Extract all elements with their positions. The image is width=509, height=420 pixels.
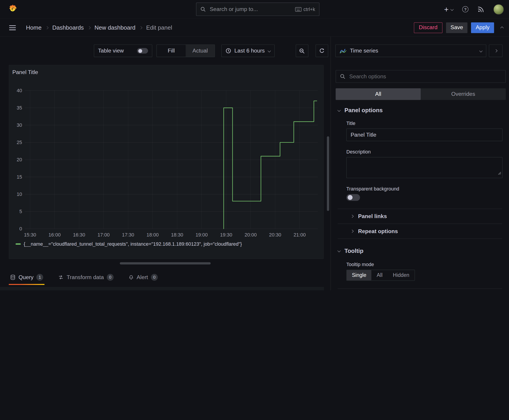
tab-badge: 1 xyxy=(36,274,43,281)
panel-title[interactable]: Panel Title xyxy=(12,69,38,76)
legend-series-swatch xyxy=(15,243,21,245)
tooltip-mode-single[interactable]: Single xyxy=(347,270,372,280)
table-view-toggle[interactable] xyxy=(137,48,148,54)
collapse-header-button[interactable] xyxy=(501,25,503,30)
svg-text:18:30: 18:30 xyxy=(171,232,183,238)
grafana-logo[interactable] xyxy=(8,4,18,14)
keyboard-icon xyxy=(295,7,301,11)
tab-alert[interactable]: Alert 0 xyxy=(127,270,159,285)
help-button[interactable]: ? xyxy=(462,6,468,12)
pane-resize-handle[interactable] xyxy=(120,262,211,264)
bell-icon xyxy=(129,275,134,280)
title-label: Title xyxy=(346,120,502,126)
plus-icon: + xyxy=(444,5,449,13)
tab-label: Alert xyxy=(137,274,148,281)
divider xyxy=(338,239,502,239)
svg-text:15:30: 15:30 xyxy=(24,232,36,238)
chevron-right-icon xyxy=(139,26,142,29)
global-search[interactable]: ctrl+k xyxy=(196,3,319,16)
options-search-input[interactable] xyxy=(349,73,501,80)
main-content: Table view Fill Actual Last 6 hours xyxy=(0,37,509,290)
section-title: Panel options xyxy=(344,107,383,114)
tab-label: Transform data xyxy=(67,274,104,281)
svg-text:17:30: 17:30 xyxy=(122,232,134,238)
svg-text:0: 0 xyxy=(19,226,22,232)
user-avatar[interactable] xyxy=(494,4,504,14)
panel-links-section[interactable]: Panel links xyxy=(331,209,509,224)
discard-button[interactable]: Discard xyxy=(414,22,442,33)
resize-handle-icon[interactable] xyxy=(498,170,501,176)
zoom-out-button[interactable] xyxy=(296,45,308,57)
chart-legend: {__name__="cloudflared_tunnel_total_requ… xyxy=(15,241,242,247)
panel-edit-toolbar: Table view Fill Actual Last 6 hours xyxy=(94,45,328,57)
svg-text:16:30: 16:30 xyxy=(73,232,85,238)
table-view-label: Table view xyxy=(98,48,124,54)
fill-actual-group: Fill Actual xyxy=(156,45,215,57)
news-button[interactable] xyxy=(478,6,484,13)
panel-options-header[interactable]: Panel options xyxy=(331,105,509,115)
options-search[interactable] xyxy=(336,70,506,82)
transparent-bg-toggle[interactable] xyxy=(346,194,360,201)
visualization-row: Time series xyxy=(335,45,502,57)
global-search-input[interactable] xyxy=(209,6,291,13)
top-navigation-bar: ctrl+k + ? xyxy=(0,0,509,18)
rss-icon xyxy=(478,6,484,13)
options-panes: Panel options Title Description Transpar… xyxy=(331,105,509,290)
svg-text:5: 5 xyxy=(19,209,22,214)
panel-options-sidebar: Time series All Overrides Panel options xyxy=(330,37,509,290)
chevron-right-icon xyxy=(45,26,48,29)
breadcrumb-dashboards[interactable]: Dashboards xyxy=(52,24,84,31)
svg-text:17:00: 17:00 xyxy=(97,232,109,238)
breadcrumb-home[interactable]: Home xyxy=(26,24,42,31)
time-range-picker[interactable]: Last 6 hours xyxy=(221,45,274,57)
tooltip-header[interactable]: Tooltip xyxy=(331,246,509,255)
add-new-button[interactable]: + xyxy=(444,5,453,13)
apply-button[interactable]: Apply xyxy=(471,22,494,33)
breadcrumb-new-dashboard[interactable]: New dashboard xyxy=(94,24,135,31)
refresh-button[interactable] xyxy=(315,45,328,57)
section-title: Panel links xyxy=(358,213,387,220)
repeat-options-section[interactable]: Repeat options xyxy=(331,224,509,239)
zoom-out-icon xyxy=(299,48,305,54)
chevron-down-icon xyxy=(479,49,483,52)
fill-option[interactable]: Fill xyxy=(157,45,186,57)
description-textarea[interactable] xyxy=(346,157,502,178)
section-title: Repeat options xyxy=(358,228,398,234)
query-editor-section: Data source Prometheus ? MD = auto = 704… xyxy=(0,287,324,290)
tab-transform-data[interactable]: Transform data 0 xyxy=(57,270,115,285)
tooltip-mode-hidden[interactable]: Hidden xyxy=(387,270,415,280)
clock-icon xyxy=(226,48,231,54)
menu-toggle-button[interactable] xyxy=(9,25,16,30)
panel-title-input[interactable] xyxy=(346,128,502,141)
section-title: Tooltip xyxy=(344,248,364,254)
timeseries-chart[interactable]: 051015202530354015:3016:0016:3017:0017:3… xyxy=(15,83,320,239)
legend-series-label[interactable]: {__name__="cloudflared_tunnel_total_requ… xyxy=(24,241,242,247)
save-button[interactable]: Save xyxy=(446,22,468,33)
panel-options-content: Title Description Transparent background xyxy=(346,120,502,201)
time-range-label: Last 6 hours xyxy=(234,48,265,54)
tab-all[interactable]: All xyxy=(336,88,421,100)
chevron-down-icon xyxy=(450,8,454,11)
tab-badge: 0 xyxy=(107,274,114,281)
tooltip-mode-label: Tooltip mode xyxy=(346,262,509,267)
svg-text:25: 25 xyxy=(17,140,22,145)
tab-overrides[interactable]: Overrides xyxy=(421,88,506,100)
scrollbar-thumb[interactable] xyxy=(327,136,329,211)
svg-text:19:00: 19:00 xyxy=(196,232,208,238)
timeseries-icon xyxy=(340,48,347,53)
actual-option[interactable]: Actual xyxy=(186,45,214,57)
topbar-actions: + ? xyxy=(444,0,504,18)
edit-pane: Table view Fill Actual Last 6 hours xyxy=(0,37,330,290)
tooltip-mode-all[interactable]: All xyxy=(372,270,387,280)
chevron-right-icon xyxy=(350,215,353,218)
description-label: Description xyxy=(346,149,502,155)
shortcut-text: ctrl+k xyxy=(304,7,315,12)
visualization-picker[interactable]: Time series xyxy=(335,45,486,57)
svg-text:30: 30 xyxy=(17,122,22,128)
chevron-right-icon xyxy=(494,49,497,52)
transform-icon xyxy=(58,275,64,280)
toggle-viz-picker-button[interactable] xyxy=(489,45,502,57)
tab-query[interactable]: Query 1 xyxy=(9,270,45,285)
refresh-icon xyxy=(319,48,325,54)
transparent-bg-label: Transparent background xyxy=(346,186,502,192)
